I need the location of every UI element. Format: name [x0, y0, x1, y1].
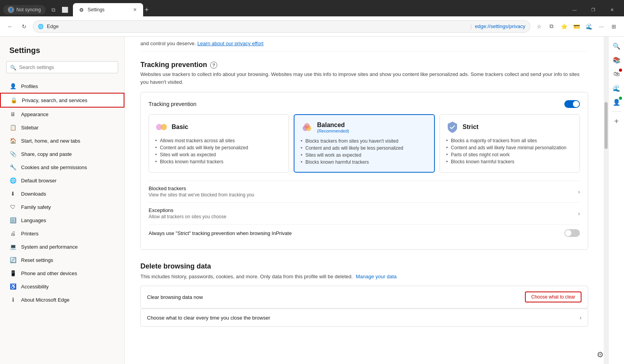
edge-button[interactable]: 🌊: [583, 21, 594, 32]
favorites-button[interactable]: ☆: [534, 21, 544, 32]
basic-card-title: Basic: [172, 124, 188, 131]
strict-inprivate-toggle[interactable]: [564, 229, 580, 237]
rs-search-button[interactable]: 🔍: [610, 40, 623, 52]
system-icon: 💻: [9, 244, 16, 250]
default-browser-icon: 🌐: [9, 177, 16, 184]
profile-text: Not syncing: [16, 7, 41, 12]
favorites-bar-button[interactable]: ⭐: [558, 21, 569, 32]
sidebar-item-default-browser[interactable]: 🌐 Default browser: [0, 174, 124, 187]
exceptions-desc: Allow all trackers on sites you choose: [149, 214, 226, 219]
tab-action-vert[interactable]: ⬜: [60, 5, 70, 14]
maximize-button[interactable]: ❐: [584, 3, 602, 16]
sidebar-item-phone[interactable]: 📱 Phone and other devices: [0, 267, 124, 280]
choose-what-to-clear-button[interactable]: Choose what to clear: [525, 292, 581, 302]
sidebar-item-appearance[interactable]: 🖥 Appearance: [0, 108, 124, 121]
tracking-prevention-title: Tracking prevention ?: [140, 61, 588, 69]
split-screen-button[interactable]: ⧉: [546, 21, 557, 32]
rs-collections-button[interactable]: 📚: [610, 54, 623, 66]
balanced-card[interactable]: Balanced (Recommended) Blocks trackers f…: [294, 114, 435, 173]
basic-point-1: Allows most trackers across all sites: [155, 137, 282, 144]
phone-icon: 📱: [9, 270, 16, 276]
tracking-box-title: Tracking prevention: [149, 101, 196, 107]
refresh-button[interactable]: ↻: [19, 21, 30, 32]
address-input[interactable]: 🌐 Edge | edge://settings/privacy: [33, 20, 530, 33]
manage-your-data-link[interactable]: Manage your data: [356, 274, 397, 279]
system-label: System and performance: [21, 244, 78, 250]
minimize-button[interactable]: —: [566, 3, 583, 16]
sidebar-item-share-copy[interactable]: 📎 Share, copy and paste: [0, 147, 124, 161]
sidebar-item-reset[interactable]: 🔄 Reset settings: [0, 253, 124, 267]
strict-card-header: Strict: [446, 121, 573, 133]
rs-add-button[interactable]: +: [610, 115, 623, 127]
bottom-settings-icon[interactable]: ⚙: [597, 350, 604, 359]
tab-favicon: ⚙: [79, 7, 85, 12]
search-box[interactable]: 🔍: [6, 61, 118, 73]
balanced-card-title: Balanced: [317, 122, 349, 129]
strict-card-title: Strict: [463, 124, 479, 131]
clear-every-time-chevron: ›: [580, 315, 581, 321]
rs-edge-button[interactable]: 🌊: [610, 82, 623, 94]
reset-icon: 🔄: [9, 257, 16, 263]
tracking-prevention-toggle[interactable]: [564, 100, 580, 108]
sidebar-item-about[interactable]: ℹ About Microsoft Edge: [0, 293, 124, 306]
tracking-prevention-help-icon[interactable]: ?: [210, 62, 217, 69]
sidebar-item-start-home[interactable]: 🏠 Start, home, and new tabs: [0, 134, 124, 147]
scrollbar-thumb[interactable]: [604, 102, 608, 149]
sidebar-item-printers[interactable]: 🖨 Printers: [0, 227, 124, 240]
languages-label: Languages: [21, 217, 46, 223]
clear-every-time-row[interactable]: Choose what to clear every time you clos…: [140, 309, 588, 327]
sidebar-item-sidebar[interactable]: 📋 Sidebar: [0, 121, 124, 134]
rs-profile-button[interactable]: 👤: [610, 96, 623, 108]
cookies-label: Cookies and site permissions: [21, 164, 87, 170]
search-settings-input[interactable]: [6, 61, 118, 73]
strict-card-title-wrap: Strict: [463, 124, 479, 131]
scrollbar[interactable]: [604, 37, 608, 364]
sidebar-item-system[interactable]: 💻 System and performance: [0, 240, 124, 253]
strict-card[interactable]: Strict Blocks a majority of trackers fro…: [440, 114, 580, 173]
printers-label: Printers: [21, 231, 39, 237]
exceptions-row[interactable]: Exceptions Allow all trackers on sites y…: [149, 202, 580, 224]
sidebar-item-accessibility[interactable]: ♿ Accessibility: [0, 280, 124, 293]
sidebar-toggle-button[interactable]: ⊞: [608, 21, 619, 32]
share-copy-icon: 📎: [9, 151, 16, 157]
tab-settings[interactable]: ⚙ Settings ✕: [73, 3, 143, 16]
privacy-label: Privacy, search, and services: [22, 97, 87, 103]
sidebar-item-profiles[interactable]: 👤 Profiles: [0, 80, 124, 93]
clear-browsing-data-row: Clear browsing data now Choose what to c…: [140, 286, 588, 308]
sidebar-item-privacy[interactable]: 🔒 Privacy, search, and services: [0, 93, 124, 108]
address-browser-name: Edge: [47, 23, 467, 29]
balanced-point-3: Sites will work as expected: [301, 152, 428, 159]
blocked-trackers-chevron: ›: [578, 189, 580, 195]
basic-card[interactable]: Basic Allows most trackers across all si…: [149, 114, 289, 173]
tab-close-button[interactable]: ✕: [133, 7, 137, 12]
accessibility-icon: ♿: [9, 283, 16, 290]
rs-shopping-button[interactable]: 🛍: [610, 68, 623, 80]
strict-point-1: Blocks a majority of trackers from all s…: [446, 137, 573, 144]
tab-action-workspaces[interactable]: ⧉: [49, 5, 58, 14]
sidebar-item-cookies[interactable]: 🔧 Cookies and site permissions: [0, 161, 124, 174]
strict-inprivate-row: Always use "Strict" tracking prevention …: [149, 224, 580, 242]
balanced-card-title-wrap: Balanced (Recommended): [317, 122, 349, 133]
blocked-trackers-row[interactable]: Blocked trackers View the sites that we'…: [149, 180, 580, 202]
window-controls: — ❐ ✕: [566, 3, 621, 16]
balanced-card-header: Balanced (Recommended): [301, 121, 428, 134]
new-tab-button[interactable]: +: [145, 6, 149, 14]
blocked-trackers-desc: View the sites that we've blocked from t…: [149, 192, 254, 198]
wallet-button[interactable]: 💳: [571, 21, 582, 32]
profile-button[interactable]: 👤 Not syncing: [3, 5, 46, 14]
top-privacy-link: and control you deserve. Learn about our…: [140, 37, 588, 51]
delete-browsing-data-section: Delete browsing data This includes histo…: [140, 262, 588, 327]
close-button[interactable]: ✕: [603, 3, 621, 16]
basic-point-3: Sites will work as expected: [155, 151, 282, 158]
balanced-point-1: Blocks trackers from sites you haven't v…: [301, 138, 428, 145]
languages-icon: 🔠: [9, 217, 16, 223]
strict-card-icon: [446, 121, 459, 133]
back-button[interactable]: ←: [5, 21, 16, 32]
sidebar-item-family-safety[interactable]: 🛡 Family safety: [0, 200, 124, 214]
delete-browsing-data-title: Delete browsing data: [140, 262, 588, 270]
learn-privacy-link[interactable]: Learn about our privacy effort: [197, 41, 264, 46]
basic-card-list: Allows most trackers across all sites Co…: [155, 137, 282, 165]
sidebar-item-languages[interactable]: 🔠 Languages: [0, 214, 124, 227]
notification-button[interactable]: ···: [596, 21, 607, 32]
sidebar-item-downloads[interactable]: ⬇ Downloads: [0, 187, 124, 200]
